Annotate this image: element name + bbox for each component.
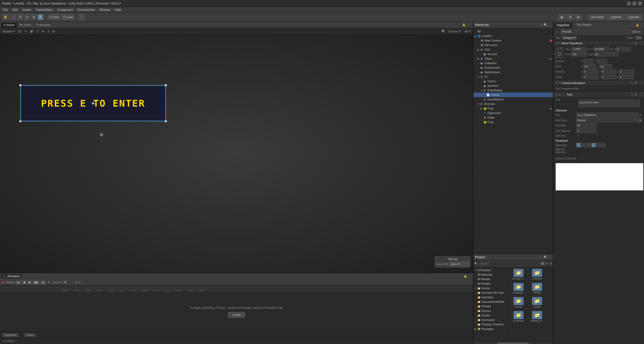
align-geom-checkbox[interactable]	[576, 149, 580, 153]
project-assets-folder[interactable]: ▼ 📁 Assets	[473, 286, 508, 290]
rect-more-icon[interactable]: ⋮	[639, 41, 642, 45]
rich-text-checkbox[interactable]: ✓	[576, 134, 580, 138]
align-bottom[interactable]: ≡	[601, 143, 606, 147]
align-center[interactable]: ≡	[581, 143, 586, 147]
project-thaleah[interactable]: 📁 Thaleah_PixelFon	[473, 322, 508, 327]
project-all-models[interactable]: All Models	[473, 277, 508, 281]
pause-button[interactable]: ⏸	[567, 14, 574, 20]
handle-top-left[interactable]	[19, 84, 21, 86]
maximize-button[interactable]: □	[632, 2, 636, 6]
font-pick-icon[interactable]: ⊙	[640, 113, 642, 117]
tool-hand[interactable]: ✋	[2, 14, 9, 20]
asset-scenes[interactable]: 📁 Scenes	[510, 296, 527, 309]
project-all-prefabs[interactable]: All Prefabs	[473, 281, 508, 286]
hierarchy-item-environment[interactable]: ◉ Environment	[473, 65, 553, 70]
hierarchy-item-player[interactable]: ▶ ◉ Player ▶	[473, 56, 553, 61]
project-more-icon[interactable]: ⋮	[548, 255, 551, 259]
handle-bottom-right[interactable]	[165, 120, 167, 122]
anim-more-icon[interactable]: ⋮	[468, 275, 471, 278]
anim-samples-input[interactable]	[63, 280, 73, 284]
asset-sunnyland[interactable]: 📁 Sunnyland	[510, 310, 527, 323]
posy-input[interactable]	[594, 47, 609, 51]
roty-input[interactable]	[601, 69, 616, 74]
pivotx-input[interactable]	[583, 64, 596, 69]
layer-dropdown[interactable]: UI ▾	[635, 36, 642, 40]
hierarchy-item-collection[interactable]: ◉ Collection	[473, 61, 553, 65]
menu-gameobject[interactable]: GameObject	[34, 8, 55, 12]
anchorx-input[interactable]	[583, 59, 593, 63]
material-arrow[interactable]: ▸	[582, 157, 583, 160]
anim-play-btn[interactable]: ▶	[27, 280, 32, 285]
tool-move[interactable]: ↔	[10, 14, 16, 20]
pivot-button[interactable]: ⊙ Pivot	[48, 14, 60, 20]
hierarchy-item-all[interactable]: All	[473, 29, 553, 34]
menu-file[interactable]: File	[1, 8, 10, 12]
hierarchy-item-ui[interactable]: ▼ ⊡ UI	[473, 74, 553, 79]
menu-assets[interactable]: Assets	[20, 8, 33, 12]
text-more-icon[interactable]: ⋮	[639, 93, 642, 96]
canvas-settings-icon[interactable]: ⚙	[635, 81, 637, 84]
project-search-icon[interactable]: 🔍	[544, 255, 547, 259]
text-help-icon[interactable]: ?	[631, 93, 633, 96]
anim-first-btn[interactable]: ⏮	[16, 280, 21, 285]
tab-scene[interactable]: ⊙ Scene	[1, 22, 17, 28]
anchor-btn-2[interactable]: R	[615, 52, 619, 56]
hierarchy-item-cmvcam[interactable]: 📷 CM vcam1	[473, 43, 553, 47]
asset-animation[interactable]: 📁 Animation	[528, 268, 546, 281]
align-left[interactable]: ≡	[576, 143, 581, 147]
project-sunnyland[interactable]: 📁 Sunnyland	[473, 318, 508, 322]
account-button[interactable]: Account ▾	[588, 14, 607, 20]
hierarchy-add-icon[interactable]: +	[541, 23, 543, 27]
project-scrollbar[interactable]	[473, 342, 553, 344]
hierarchy-item-level01[interactable]: ▶ 🌐 Level01* ⋮	[473, 34, 553, 38]
menu-help[interactable]: Help	[113, 8, 123, 12]
play-button[interactable]: ▶	[559, 14, 566, 20]
posz-input[interactable]	[616, 47, 631, 51]
height-input[interactable]	[594, 52, 609, 57]
tab-game[interactable]: 🎮 Game	[17, 22, 34, 28]
project-3rdnote[interactable]: 📁 3rd Note SFX Pac	[473, 290, 508, 295]
menu-edit[interactable]: Edit	[10, 8, 20, 12]
hierarchy-item-cherry[interactable]: ◉ Cherry	[473, 79, 553, 83]
menu-cinemachine[interactable]: Cinemachine	[75, 8, 97, 12]
project-prefabs[interactable]: 📁 Prefabs	[473, 304, 508, 309]
anchor-visual[interactable]	[555, 50, 564, 58]
hierarchy-item-grid[interactable]: ▶ ⊞ Grid	[473, 47, 553, 52]
anim-prev-btn[interactable]: ◀	[22, 280, 26, 285]
object-active-checkbox[interactable]: ✓	[555, 30, 559, 34]
hierarchy-item-eventsystem[interactable]: ⚙ EventSystem	[473, 97, 553, 102]
line-spacing-input[interactable]	[576, 128, 596, 133]
scene-visibility[interactable]: 👁	[41, 30, 46, 33]
handle-top-right[interactable]	[165, 84, 167, 86]
cull-checkbox[interactable]: ✓	[581, 87, 585, 91]
scalez-input[interactable]	[619, 75, 634, 79]
posx-input[interactable]	[572, 47, 587, 51]
hierarchy-item-main-camera[interactable]: 📷 Main Camera	[473, 38, 553, 43]
tool-scale[interactable]: ⇲	[24, 14, 30, 20]
anim-last-btn[interactable]: ⏭	[41, 280, 46, 285]
add-key-icon[interactable]: ⊕	[78, 281, 80, 284]
step-button[interactable]: ⏭	[575, 14, 582, 20]
object-name-input[interactable]	[560, 29, 629, 34]
font-style-dropdown[interactable]: Normal ▾	[576, 118, 642, 122]
asset-prefabs[interactable]: 📁 Prefabs	[528, 282, 546, 295]
menu-window[interactable]: Window	[98, 8, 112, 12]
hierarchy-more-icon[interactable]: ⋮	[548, 23, 551, 27]
menu-component[interactable]: Component	[55, 8, 75, 12]
tab-tile-palette[interactable]: Tile Palette	[573, 22, 595, 28]
anim-next-btn[interactable]: ▶▶	[33, 280, 39, 285]
asset-casualgame[interactable]: 📁 CasualGa...	[510, 282, 527, 295]
tool-rect[interactable]: ◈	[31, 14, 36, 20]
project-search-input[interactable]	[478, 261, 539, 266]
lighting-toggle[interactable]: ☀	[23, 30, 28, 33]
all-layers[interactable]: All ▾	[464, 30, 471, 33]
dopesheet-tab[interactable]: Dopesheet	[2, 333, 19, 337]
grid-toggle[interactable]: ⊞	[51, 30, 56, 33]
hierarchy-item-oppossum[interactable]: 🐾 Oppossum	[473, 111, 553, 115]
scalex-input[interactable]	[583, 75, 598, 79]
audio-toggle[interactable]: 🔊	[29, 30, 34, 33]
asset-thaleah[interactable]: 📁 Thaleah_Pi...	[528, 310, 546, 323]
inspector-more-icon[interactable]: ⋮	[640, 23, 643, 27]
tab-animation[interactable]: ⏵ Animation	[1, 274, 22, 278]
hierarchy-item-background[interactable]: ◉ BackGround	[473, 70, 553, 74]
